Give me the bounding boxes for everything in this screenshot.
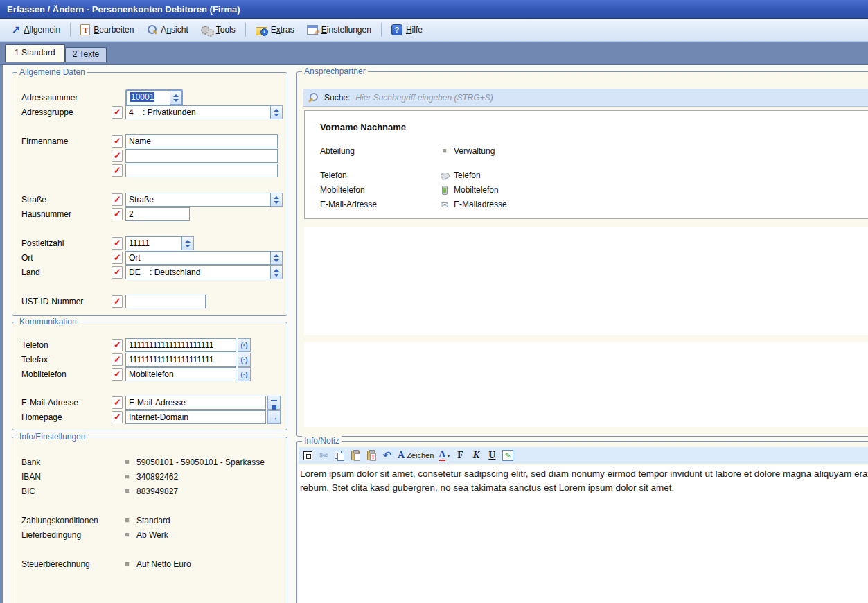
contact-row-mobiltelefon: Mobiltelefon Mobiltelefon <box>305 184 868 195</box>
field-row-mobiltelefon: Mobiltelefon (·) <box>12 367 287 381</box>
firmenname2-input[interactable] <box>125 149 278 163</box>
adressgruppe-input[interactable] <box>125 105 271 119</box>
email-list-button[interactable] <box>267 396 281 410</box>
font-color-button[interactable]: A ▾ <box>439 449 450 462</box>
contact-mobil-label: Mobiltelefon <box>320 185 439 195</box>
contact-list-pane-upper[interactable] <box>304 227 868 335</box>
menu-ansicht[interactable]: Ansicht <box>140 22 194 37</box>
zeichen-button[interactable]: A Zeichen <box>398 449 434 462</box>
email-input[interactable] <box>125 396 266 410</box>
firmenname1-check-icon[interactable] <box>112 135 123 148</box>
speech-bubble-icon <box>441 173 450 179</box>
strasse-spinner[interactable] <box>271 193 283 207</box>
dial-fax-button[interactable]: (·) <box>238 353 251 367</box>
telefon-check-icon[interactable] <box>112 339 123 351</box>
field-row-adressgruppe: Adressgruppe <box>12 105 287 119</box>
firmenname3-input[interactable] <box>125 164 278 177</box>
menu-extras[interactable]: Extras <box>249 23 301 37</box>
frame-button[interactable] <box>302 449 313 462</box>
bullet-icon <box>443 149 447 153</box>
open-homepage-button[interactable]: → <box>267 410 281 424</box>
email-label: E-Mail-Adresse <box>21 398 112 408</box>
tab-standard[interactable]: 1 Standard <box>5 44 65 62</box>
tab-texte[interactable]: 2 Texte <box>65 47 107 62</box>
cut-button[interactable]: ✄ <box>318 449 329 462</box>
menu-tools[interactable]: Tools <box>195 23 242 37</box>
edit-note-button[interactable]: ✎ <box>502 449 513 462</box>
hausnummer-label: Hausnummer <box>21 209 112 219</box>
telefax-input[interactable] <box>125 353 236 367</box>
contact-row-abteilung: Abteilung Verwaltung <box>305 146 868 157</box>
postleitzahl-check-icon[interactable] <box>112 237 123 250</box>
info-row-bic: BIC 883949827 <box>12 486 287 497</box>
postleitzahl-spinner[interactable] <box>182 236 194 250</box>
mobiltelefon-label: Mobiltelefon <box>21 369 112 379</box>
postleitzahl-input[interactable] <box>125 236 182 250</box>
strasse-check-icon[interactable] <box>112 193 123 206</box>
adressgruppe-check-icon[interactable] <box>112 106 123 119</box>
land-check-icon[interactable] <box>112 266 123 279</box>
notiz-text-area[interactable]: Lorem ipsum dolor sit amet, consetetur s… <box>299 465 868 603</box>
telefax-check-icon[interactable] <box>112 353 123 366</box>
menu-allgemein[interactable]: ↗ Allgemein <box>6 23 67 37</box>
group-title: Ansprechpartner <box>302 67 368 77</box>
contact-telefon-value: Telefon <box>454 171 481 180</box>
menu-hilfe[interactable]: ? Hilfe <box>385 22 429 37</box>
underline-button[interactable]: U <box>486 449 497 462</box>
group-title: Allgemeine Daten <box>17 67 87 78</box>
email-check-icon[interactable] <box>112 396 123 409</box>
group-allgemeine-daten: Allgemeine Daten Adressnummer 10001 Adre… <box>12 72 287 316</box>
firmenname3-check-icon[interactable] <box>112 164 123 177</box>
land-input[interactable] <box>125 265 271 279</box>
mobile-phone-icon <box>442 186 448 195</box>
ustid-check-icon[interactable] <box>112 295 123 308</box>
firmenname1-input[interactable] <box>125 134 278 148</box>
ort-spinner[interactable] <box>271 251 283 265</box>
magnifier-page-icon <box>146 24 157 35</box>
window-left-edge <box>0 65 3 603</box>
field-row-ort: Ort <box>12 251 287 265</box>
strasse-input[interactable] <box>125 193 271 207</box>
paste-button[interactable] <box>350 449 361 462</box>
firmenname2-check-icon[interactable] <box>112 150 123 162</box>
steuerberechnung-value: Auf Netto Euro <box>136 559 191 569</box>
paste-text-button[interactable] <box>366 449 377 462</box>
adressnummer-input[interactable]: 10001 <box>127 91 170 105</box>
dial-phone-button[interactable]: (·) <box>238 338 251 352</box>
abteilung-label: Abteilung <box>320 146 439 156</box>
menu-separator <box>70 23 71 37</box>
lieferbedingung-label: Lieferbedingung <box>21 530 125 540</box>
homepage-check-icon[interactable] <box>112 411 123 423</box>
telefon-input[interactable] <box>125 338 236 352</box>
menu-bearbeiten[interactable]: T Bearbeiten <box>74 22 140 37</box>
contact-card[interactable]: Vorname Nachname Abteilung Verwaltung Te… <box>304 110 868 219</box>
ustid-input[interactable] <box>125 295 206 308</box>
ustid-label: UST-ID-Nummer <box>21 297 112 306</box>
bic-value: 883949827 <box>136 487 178 496</box>
ort-input[interactable] <box>125 251 271 265</box>
land-spinner[interactable] <box>271 265 283 279</box>
italic-button[interactable]: K <box>470 449 481 462</box>
bic-label: BIC <box>21 487 125 496</box>
homepage-input[interactable] <box>125 410 266 424</box>
ort-check-icon[interactable] <box>112 252 123 264</box>
notiz-text-line: rebum. Stet clita kasd gubergren, no sea… <box>300 481 868 495</box>
hausnummer-check-icon[interactable] <box>112 208 123 220</box>
menu-einstellungen[interactable]: Einstellungen <box>301 23 378 37</box>
bold-button[interactable]: F <box>454 449 466 462</box>
field-row-firmenname-1: Firmenname <box>12 134 287 148</box>
mobiltelefon-check-icon[interactable] <box>112 368 123 381</box>
contact-list-pane-lower[interactable] <box>304 342 868 427</box>
hausnummer-input[interactable] <box>125 207 190 221</box>
scissors-icon: ✄ <box>319 450 328 461</box>
mobiltelefon-input[interactable] <box>125 367 236 381</box>
undo-button[interactable]: ↶ <box>382 449 393 462</box>
copy-button[interactable] <box>334 449 345 462</box>
field-row-telefax: Telefax (·) <box>12 353 287 367</box>
adressnummer-spinner[interactable] <box>170 91 181 105</box>
contact-search-input[interactable] <box>355 93 868 103</box>
dial-mobile-button[interactable]: (·) <box>238 367 251 381</box>
paste-text-icon <box>367 451 375 460</box>
adressgruppe-spinner[interactable] <box>271 105 283 119</box>
field-row-firmenname-3 <box>12 164 287 177</box>
